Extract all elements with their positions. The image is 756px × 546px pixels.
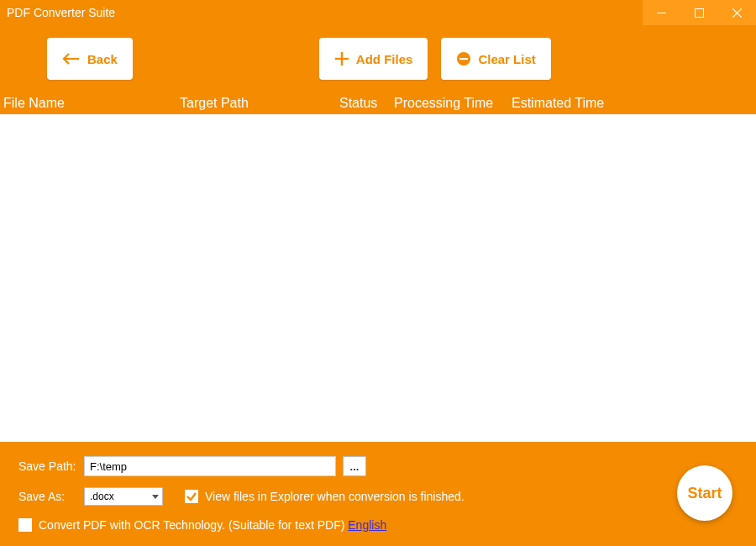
ocr-row: Convert PDF with OCR Technology. (Suitab… [18, 512, 386, 538]
close-button[interactable] [718, 0, 756, 25]
clear-list-button[interactable]: Clear List [441, 38, 550, 80]
save-as-label: Save As: [18, 490, 77, 503]
svg-rect-8 [459, 58, 468, 60]
bottom-panel: Save Path: ... Save As: .docx View files… [0, 442, 756, 546]
save-as-value: .docx [90, 491, 114, 502]
col-header-processing[interactable]: Processing Time [394, 96, 512, 111]
app-window: PDF Converter Suite Back Add Fi [0, 0, 756, 546]
toolbar: Back Add Files Clear List [0, 25, 756, 92]
close-icon [732, 8, 742, 18]
save-as-select[interactable]: .docx [84, 487, 163, 506]
save-as-row: Save As: .docx View files in Explorer wh… [18, 484, 465, 509]
add-files-button[interactable]: Add Files [319, 38, 428, 80]
column-headers: File Name Target Path Status Processing … [0, 92, 756, 114]
ocr-label: Convert PDF with OCR Technology. (Suitab… [39, 518, 344, 532]
plus-icon [334, 51, 349, 66]
maximize-button[interactable] [680, 0, 718, 25]
save-path-input[interactable] [84, 456, 336, 476]
maximize-icon [695, 8, 704, 18]
ocr-checkbox[interactable] [18, 518, 32, 532]
back-label: Back [87, 52, 118, 66]
svg-rect-0 [657, 13, 666, 13]
view-explorer-checkbox[interactable] [185, 490, 198, 503]
col-header-estimated[interactable]: Estimated Time [512, 96, 680, 111]
col-header-status[interactable]: Status [339, 96, 394, 111]
save-path-row: Save Path: ... [18, 454, 366, 479]
browse-label: ... [350, 460, 360, 473]
save-path-label: Save Path: [18, 459, 77, 473]
clear-list-label: Clear List [478, 52, 535, 66]
browse-button[interactable]: ... [343, 456, 366, 476]
add-files-label: Add Files [356, 52, 413, 66]
window-controls [643, 0, 756, 25]
start-label: Start [687, 485, 722, 502]
start-button[interactable]: Start [677, 465, 732, 521]
arrow-left-icon [62, 52, 81, 66]
back-button[interactable]: Back [47, 38, 133, 80]
chevron-down-icon [152, 495, 159, 499]
minimize-button[interactable] [643, 0, 680, 25]
file-list[interactable] [0, 114, 756, 442]
ocr-language-link[interactable]: English [348, 518, 386, 532]
app-title: PDF Converter Suite [7, 6, 115, 19]
minimize-icon [657, 8, 666, 18]
title-bar[interactable]: PDF Converter Suite [0, 0, 756, 25]
col-header-target[interactable]: Target Path [180, 96, 339, 111]
view-explorer-label: View files in Explorer when conversion i… [205, 490, 465, 503]
svg-rect-1 [696, 8, 704, 17]
clear-icon [456, 51, 471, 66]
col-header-filename[interactable]: File Name [3, 96, 180, 111]
